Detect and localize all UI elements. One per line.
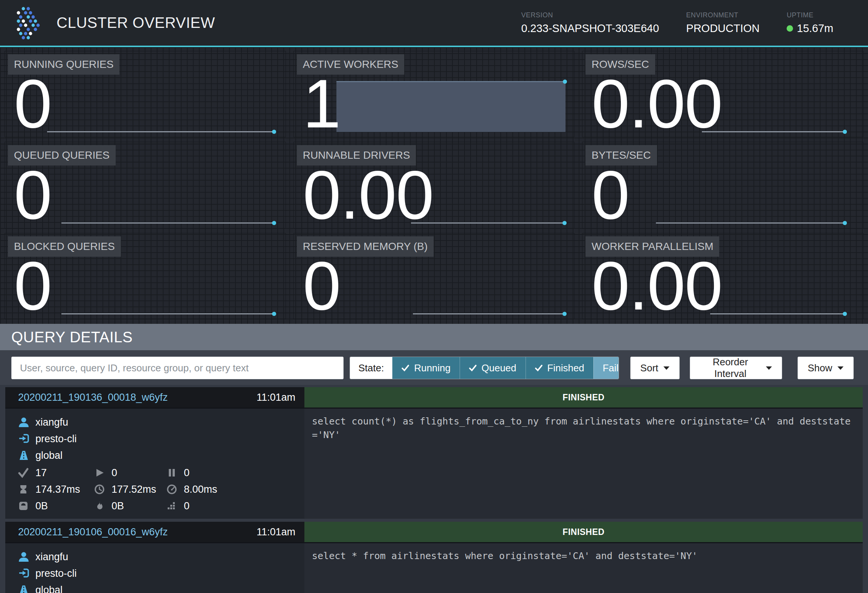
- hourglass-icon: [18, 484, 29, 495]
- stat-value: 0: [14, 169, 51, 222]
- sparkline: [61, 222, 275, 224]
- state-filter-failed-label: Failed: [603, 362, 619, 374]
- state-filter-queued-label: Queued: [481, 362, 517, 374]
- sign-in-icon: [18, 568, 29, 579]
- completed-splits-stat: 17: [18, 464, 94, 481]
- uptime-value: 15.67m: [797, 22, 833, 35]
- sort-label: Sort: [640, 362, 659, 374]
- flame-icon: [94, 501, 105, 511]
- reorder-interval-label: Reorder Interval: [700, 356, 761, 380]
- query-id-link[interactable]: 20200211_190106_00016_w6yfz: [18, 526, 168, 538]
- query-user-row: xiangfu: [18, 414, 304, 431]
- uptime-value-wrap: 15.67m: [787, 22, 833, 35]
- completed-splits-value: 17: [35, 467, 47, 479]
- query-sql-text: select * from airlinestats where origins…: [304, 543, 863, 593]
- queued-splits-value: 0: [184, 467, 189, 479]
- uptime-block: UPTIME 15.67m: [787, 11, 833, 35]
- header-status: VERSION 0.233-SNAPSHOT-303E640 ENVIRONME…: [521, 11, 833, 35]
- query-row-body: xiangfu presto-cli global select * from …: [5, 542, 863, 593]
- pause-icon: [167, 467, 177, 478]
- stat-panel-active-workers: ACTIVE WORKERS 1: [293, 51, 575, 137]
- stat-value: 1: [303, 77, 340, 131]
- state-filter-label: State:: [350, 357, 392, 379]
- uptime-label: UPTIME: [787, 11, 833, 19]
- query-row: 20200211_190106_00016_w6yfz 11:01am FINI…: [5, 522, 863, 593]
- sparkline: [702, 131, 846, 132]
- query-id-link[interactable]: 20200211_190136_00018_w6yfz: [18, 392, 168, 403]
- sparkline: [710, 313, 846, 314]
- query-search-input[interactable]: [11, 357, 344, 379]
- state-filter-queued-button[interactable]: Queued: [460, 357, 526, 379]
- stat-panel-bytes-sec: BYTES/SEC 0: [582, 142, 863, 228]
- road-icon: [18, 450, 29, 461]
- query-row-body: xiangfu presto-cli global: [5, 408, 863, 519]
- parallelism-value: 0: [184, 500, 189, 512]
- state-filter-group: State: Running Queued Finished Failed: [350, 357, 619, 379]
- query-time: 11:01am: [257, 526, 295, 538]
- gauge-icon: [167, 484, 177, 495]
- parallelism-stat: 0: [167, 498, 304, 514]
- presto-logo-icon: [14, 6, 45, 40]
- query-user: xiangfu: [35, 551, 68, 563]
- stat-panel-blocked-queries: BLOCKED QUERIES 0: [5, 233, 286, 319]
- query-source-row: presto-cli: [18, 565, 304, 582]
- chevron-down-icon: [766, 366, 772, 370]
- road-icon: [18, 584, 29, 593]
- state-filter-failed-dropdown[interactable]: Failed: [593, 357, 619, 379]
- show-dropdown[interactable]: Show: [798, 357, 854, 379]
- query-stats: 17 0 0 174.: [18, 464, 304, 514]
- sort-dropdown[interactable]: Sort: [630, 357, 680, 379]
- stat-value: 0.00: [303, 169, 433, 222]
- query-row-header: 20200211_190136_00018_w6yfz 11:01am FINI…: [5, 387, 863, 408]
- query-metadata: xiangfu presto-cli global: [5, 543, 304, 593]
- query-source: presto-cli: [35, 433, 77, 445]
- stat-panel-queued-queries: QUEUED QUERIES 0: [5, 142, 286, 228]
- sparkline: [656, 222, 846, 224]
- wall-time-stat: 174.37ms: [18, 481, 94, 498]
- presto-dashboard: CLUSTER OVERVIEW VERSION 0.233-SNAPSHOT-…: [0, 0, 868, 593]
- cpu-time-stat: 8.00ms: [167, 481, 304, 498]
- stat-value: 0.00: [591, 259, 722, 313]
- environment-label: ENVIRONMENT: [686, 11, 760, 19]
- sparkline: [61, 313, 275, 314]
- sign-in-icon: [18, 433, 29, 444]
- query-resource-group: global: [35, 584, 63, 593]
- sparkline: [47, 131, 275, 132]
- bar-chart-icon: [167, 501, 177, 511]
- header: CLUSTER OVERVIEW VERSION 0.233-SNAPSHOT-…: [0, 0, 868, 47]
- query-time: 11:01am: [257, 392, 295, 403]
- state-filter-running-button[interactable]: Running: [392, 357, 460, 379]
- user-icon: [18, 551, 29, 562]
- sparkline: [413, 313, 566, 314]
- environment-value: PRODUCTION: [686, 22, 760, 35]
- check-icon: [535, 364, 542, 372]
- check-icon: [469, 364, 477, 372]
- state-filter-finished-label: Finished: [547, 362, 584, 374]
- version-block: VERSION 0.233-SNAPSHOT-303E640: [521, 11, 659, 35]
- query-sql-text: select count(*) as flights_from_ca_to_ny…: [304, 409, 863, 519]
- clock-icon: [94, 484, 105, 495]
- query-status-badge: FINISHED: [304, 387, 863, 408]
- stat-panel-runnable-drivers: RUNNABLE DRIVERS 0.00: [293, 142, 575, 228]
- reorder-interval-dropdown[interactable]: Reorder Interval: [690, 357, 782, 379]
- query-id-bar: 20200211_190106_00016_w6yfz 11:01am: [5, 522, 304, 542]
- wall-time-value: 174.37ms: [35, 484, 80, 495]
- query-user: xiangfu: [35, 417, 68, 428]
- state-filter-finished-button[interactable]: Finished: [526, 357, 593, 379]
- uptime-status-dot: [787, 25, 793, 32]
- user-icon: [18, 417, 29, 428]
- queued-splits-stat: 0: [167, 464, 304, 481]
- query-details-title: QUERY DETAILS: [11, 329, 133, 346]
- running-splits-value: 0: [112, 467, 117, 479]
- query-resource-group-row: global: [18, 582, 304, 593]
- query-details-header: QUERY DETAILS: [0, 324, 868, 350]
- query-row-header: 20200211_190106_00016_w6yfz 11:01am FINI…: [5, 522, 863, 542]
- current-memory-stat: 0B: [18, 498, 94, 514]
- stat-panel-reserved-memory: RESERVED MEMORY (B) 0: [293, 233, 575, 319]
- chevron-down-icon: [837, 366, 844, 370]
- stat-value: 0: [14, 259, 51, 313]
- environment-block: ENVIRONMENT PRODUCTION: [686, 11, 760, 35]
- version-label: VERSION: [521, 11, 659, 19]
- active-workers-area-chart: [336, 81, 566, 132]
- cumulative-memory-value: 0B: [112, 500, 124, 512]
